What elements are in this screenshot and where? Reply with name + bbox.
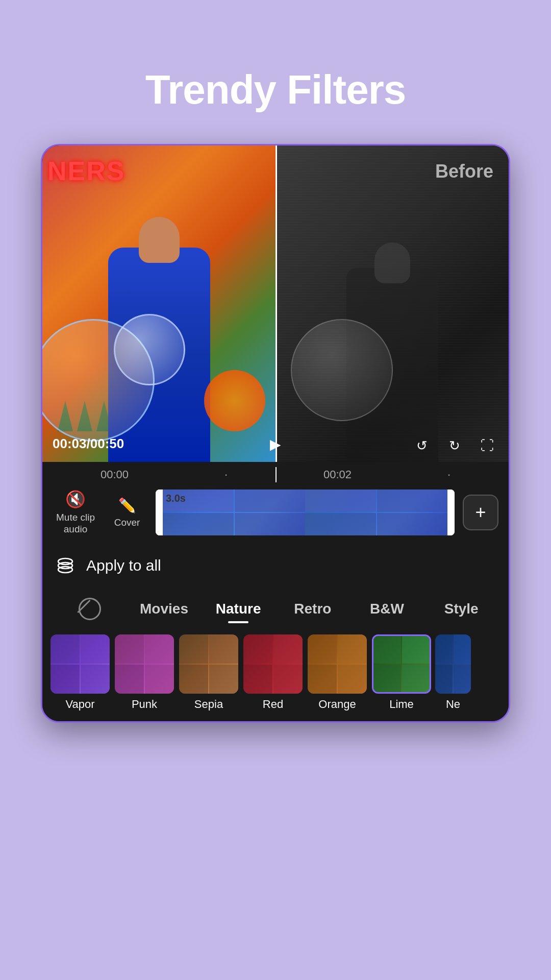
neon-sign: NERS: [47, 156, 125, 186]
filter-thumb-sepia: [179, 634, 238, 694]
filter-thumb-orange: [308, 634, 367, 694]
edit-icon: ✏️: [118, 497, 136, 514]
tab-nature[interactable]: Nature: [201, 597, 276, 621]
video-left-filtered: NERS 00:03/00:50: [42, 145, 276, 462]
before-after-divider: [276, 145, 277, 462]
tab-retro[interactable]: Retro: [276, 597, 350, 621]
cover-label: Cover: [114, 517, 140, 528]
apply-all-row[interactable]: Apply to all: [42, 546, 509, 585]
filter-orange-name: Orange: [318, 698, 356, 711]
cover-button[interactable]: ✏️ Cover: [107, 497, 147, 528]
mute-clip-button[interactable]: 🔇 Mute clipaudio: [53, 489, 98, 535]
filter-thumb-ne: [435, 634, 471, 694]
filter-thumb-punk: [115, 634, 174, 694]
tab-movies-label: Movies: [140, 601, 188, 617]
filter-red-name: Red: [263, 698, 283, 711]
undo-button[interactable]: ↺: [411, 434, 433, 457]
filter-thumb-lime: [372, 634, 431, 694]
filter-strip: Vapor Punk: [42, 629, 509, 721]
filter-tabs: Movies Nature Retro B&W Style: [42, 585, 509, 629]
apply-all-label: Apply to all: [86, 557, 161, 574]
bubble-right: [291, 319, 393, 421]
tab-style[interactable]: Style: [424, 597, 498, 621]
filter-sepia[interactable]: Sepia: [178, 634, 239, 711]
filter-ne-name: Ne: [446, 698, 460, 711]
clip-handle-right[interactable]: [447, 489, 455, 535]
filter-ne[interactable]: Ne: [435, 634, 471, 711]
filter-thumb-vapor: [51, 634, 110, 694]
tab-retro-label: Retro: [294, 601, 331, 617]
filter-orange[interactable]: Orange: [307, 634, 368, 711]
mute-icon: 🔇: [65, 489, 86, 509]
orange-blob: [204, 370, 265, 431]
timeline-area: 00:00 · 00:02 · 🔇 Mute clipaudio ✏️ Cove…: [42, 462, 509, 546]
person-head-left: [139, 217, 180, 263]
ruler-time-dot2: ·: [447, 468, 450, 481]
tab-bw[interactable]: B&W: [350, 597, 424, 621]
ruler-time-dot1: ·: [224, 468, 228, 481]
timeline-cursor: [276, 467, 277, 482]
clip-duration: 3.0s: [166, 493, 186, 504]
plus-icon: +: [475, 502, 486, 523]
filter-punk[interactable]: Punk: [114, 634, 175, 711]
timeline-ruler: 00:00 · 00:02 ·: [53, 467, 498, 482]
page-title: Trendy Filters: [145, 66, 406, 113]
person-head-right: [374, 242, 410, 283]
timeline-tracks: 🔇 Mute clipaudio ✏️ Cover: [53, 484, 498, 541]
tab-no-filter[interactable]: [53, 594, 127, 624]
ruler-time-start: 00:00: [101, 468, 129, 481]
before-label: Before: [435, 161, 493, 182]
video-timestamp: 00:03/00:50: [53, 436, 124, 452]
apply-all-icon: [53, 553, 78, 578]
clip-handle-left[interactable]: [156, 489, 163, 535]
fullscreen-button[interactable]: ⛶: [476, 434, 498, 457]
app-card: NERS 00:03/00:50 Before: [41, 144, 510, 723]
tab-style-label: Style: [444, 601, 479, 617]
filter-lime-name: Lime: [389, 698, 414, 711]
add-clip-button[interactable]: +: [463, 495, 498, 530]
tab-movies[interactable]: Movies: [127, 597, 202, 621]
filter-punk-name: Punk: [132, 698, 157, 711]
ruler-time-mid: 00:02: [323, 468, 352, 481]
play-area: ▶: [263, 431, 288, 457]
svg-point-2: [58, 567, 72, 573]
no-filter-icon: [79, 598, 101, 620]
video-right-before: Before: [276, 145, 509, 462]
filter-red[interactable]: Red: [242, 634, 304, 711]
mute-label: Mute clipaudio: [56, 512, 95, 535]
tab-bw-label: B&W: [370, 601, 404, 617]
filter-vapor[interactable]: Vapor: [49, 634, 111, 711]
tab-nature-label: Nature: [216, 601, 261, 617]
filter-thumb-red: [243, 634, 303, 694]
redo-button[interactable]: ↻: [443, 434, 466, 457]
filter-lime[interactable]: Lime: [371, 634, 432, 711]
video-bottom-controls: ↺ ↻ ⛶: [411, 434, 498, 457]
bubble-small: [114, 314, 185, 385]
filter-sepia-name: Sepia: [194, 698, 223, 711]
clip-thumbnail-2: [305, 489, 447, 535]
filter-vapor-name: Vapor: [65, 698, 94, 711]
play-button[interactable]: ▶: [263, 431, 288, 457]
clip-strip[interactable]: 3.0s: [156, 489, 455, 535]
video-preview: NERS 00:03/00:50 Before: [42, 145, 509, 462]
